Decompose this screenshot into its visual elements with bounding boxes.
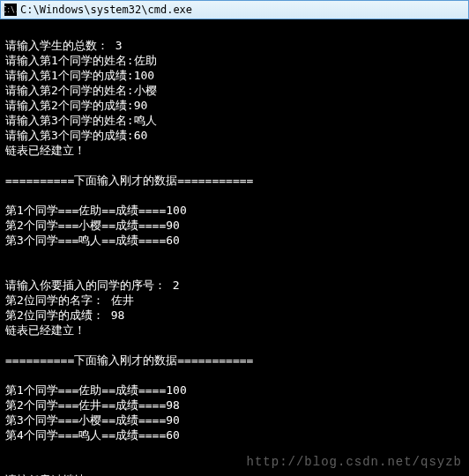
input-line: 请输入第3个同学的成绩:60 (5, 129, 147, 142)
window-title: C:\Windows\system32\cmd.exe (20, 4, 192, 16)
input-line: 请输入第3个同学的姓名:鸣人 (5, 114, 157, 127)
list-row: 第2个同学===小樱==成绩====90 (5, 219, 180, 232)
divider: ==========下面输入刚才的数据=========== (5, 353, 253, 367)
input-line: 请输入第1个同学的姓名:佐助 (5, 54, 157, 67)
input-line: 请输入第2个同学的姓名:小樱 (5, 84, 157, 97)
list-row: 第3个同学===鸣人==成绩====60 (5, 234, 180, 247)
insert-score: 第2位同学的成绩： 98 (5, 309, 124, 322)
insert-seq: 请输入你要插入的同学的序号： 2 (5, 279, 180, 292)
watermark-text: http://blog.csdn.net/qsyzb (247, 455, 462, 469)
list-row: 第1个同学===佐助==成绩====100 (5, 204, 187, 217)
input-line: 请输入第1个同学的成绩:100 (5, 69, 154, 82)
list-built: 链表已经建立！ (5, 144, 86, 157)
prompt-total: 请输入学生的总数： 3 (5, 39, 123, 52)
window-titlebar[interactable]: C:\. C:\Windows\system32\cmd.exe (0, 0, 469, 19)
list-row: 第4个同学===鸣人==成绩====60 (5, 428, 180, 442)
list-row: 第1个同学===佐助==成绩====100 (5, 383, 187, 397)
input-line: 请输入第2个同学的成绩:90 (5, 99, 147, 112)
divider: ==========下面输入刚才的数据=========== (5, 174, 253, 187)
cmd-icon: C:\. (4, 4, 17, 16)
list-built: 链表已经建立！ (5, 324, 86, 337)
insert-name: 第2位同学的名字： 佐井 (5, 294, 134, 307)
console-output: 请输入学生的总数： 3 请输入第1个同学的姓名:佐助 请输入第1个同学的成绩:1… (0, 19, 469, 476)
list-row: 第3个同学===小樱==成绩====90 (5, 413, 180, 427)
list-row: 第2个同学===佐井==成绩====98 (5, 398, 180, 412)
